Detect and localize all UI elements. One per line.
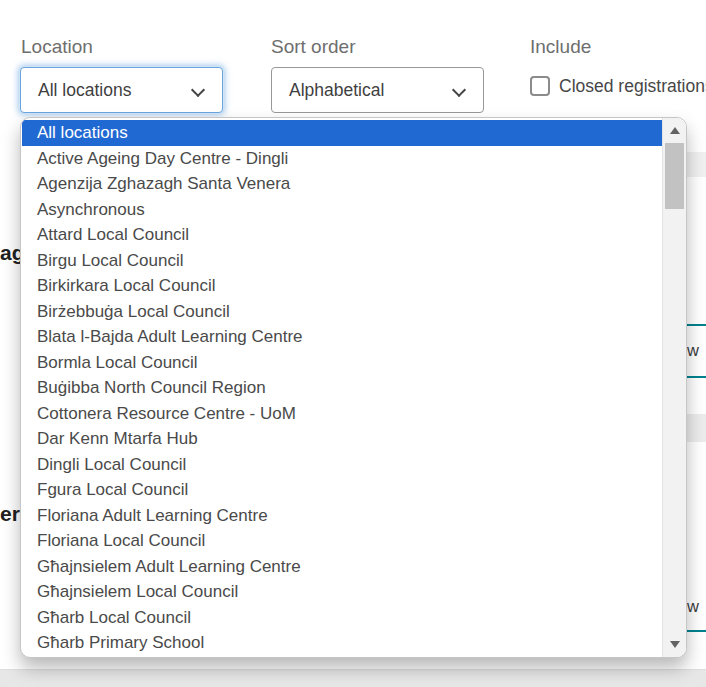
dropdown-option[interactable]: Floriana Local Council bbox=[22, 528, 662, 554]
occluded-gray-band bbox=[686, 414, 706, 442]
dropdown-option[interactable]: Agenzija Zghazagh Santa Venera bbox=[22, 171, 662, 197]
sort-order-select[interactable]: Alphabetical bbox=[271, 67, 484, 113]
dropdown-option[interactable]: Asynchronous bbox=[22, 197, 662, 223]
dropdown-option[interactable]: Fgura Local Council bbox=[22, 477, 662, 503]
scroll-up-arrow-icon[interactable] bbox=[670, 127, 680, 134]
location-select-value: All locations bbox=[38, 80, 131, 101]
occluded-gray-band bbox=[686, 152, 706, 177]
teal-border-fragment bbox=[686, 630, 706, 632]
dropdown-option[interactable]: Buġibba North Council Region bbox=[22, 375, 662, 401]
dropdown-option[interactable]: Dingli Local Council bbox=[22, 452, 662, 478]
scroll-down-arrow-icon[interactable] bbox=[670, 641, 680, 648]
dropdown-option[interactable]: Dar Kenn Mtarfa Hub bbox=[22, 426, 662, 452]
dropdown-scrollbar[interactable] bbox=[662, 118, 686, 657]
location-select[interactable]: All locations bbox=[20, 67, 223, 113]
sort-order-select-value: Alphabetical bbox=[289, 80, 384, 101]
location-label: Location bbox=[21, 36, 93, 58]
occluded-view-link-fragment[interactable]: w bbox=[687, 597, 699, 616]
occluded-heading-fragment: er bbox=[0, 502, 20, 526]
dropdown-option[interactable]: Birkirkara Local Council bbox=[22, 273, 662, 299]
dropdown-option[interactable]: Floriana Adult Learning Centre bbox=[22, 503, 662, 529]
closed-registrations-checkbox[interactable] bbox=[530, 76, 550, 96]
dropdown-option[interactable]: All locations bbox=[22, 120, 662, 146]
dropdown-option[interactable]: Birgu Local Council bbox=[22, 248, 662, 274]
occluded-view-link-fragment[interactable]: w bbox=[687, 341, 699, 360]
page-footer-band bbox=[0, 669, 706, 687]
include-label: Include bbox=[530, 36, 591, 58]
dropdown-options-list: All locationsActive Ageing Day Centre - … bbox=[22, 120, 662, 656]
chevron-down-icon bbox=[452, 83, 466, 97]
dropdown-option[interactable]: Active Ageing Day Centre - Dingli bbox=[22, 146, 662, 172]
dropdown-option[interactable]: Għajnsielem Local Council bbox=[22, 579, 662, 605]
location-dropdown-panel: All locationsActive Ageing Day Centre - … bbox=[20, 117, 687, 658]
dropdown-option[interactable]: Blata l-Bajda Adult Learning Centre bbox=[22, 324, 662, 350]
dropdown-option[interactable]: Għajnsielem Adult Learning Centre bbox=[22, 554, 662, 580]
teal-border-fragment bbox=[686, 376, 706, 378]
dropdown-option[interactable]: Cottonera Resource Centre - UoM bbox=[22, 401, 662, 427]
dropdown-option[interactable]: Bormla Local Council bbox=[22, 350, 662, 376]
dropdown-option[interactable]: Għarb Local Council bbox=[22, 605, 662, 631]
chevron-down-icon bbox=[191, 83, 205, 97]
include-checkbox-row: Closed registrations bbox=[530, 74, 706, 98]
dropdown-option[interactable]: Attard Local Council bbox=[22, 222, 662, 248]
teal-border-fragment bbox=[686, 324, 706, 326]
sort-order-label: Sort order bbox=[271, 36, 355, 58]
dropdown-option[interactable]: Għarb Primary School bbox=[22, 630, 662, 656]
closed-registrations-label: Closed registrations bbox=[559, 76, 706, 97]
dropdown-option[interactable]: Birżebbuġa Local Council bbox=[22, 299, 662, 325]
screen: Location Sort order Include All location… bbox=[0, 0, 706, 687]
scrollbar-thumb[interactable] bbox=[665, 143, 684, 209]
